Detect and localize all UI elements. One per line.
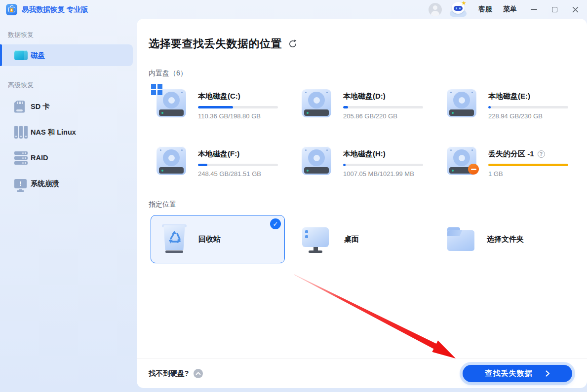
customer-service-link[interactable]: 客服 (478, 5, 492, 14)
disk-size: 1007.05 MB/1021.99 MB (343, 170, 423, 178)
sidebar-item-label: RAID (31, 154, 48, 162)
disk-usage-bar (343, 106, 423, 108)
sidebar-item-disk[interactable]: 磁盘 (0, 44, 133, 66)
sidebar-item-system-crash[interactable]: ! 系统崩溃 (0, 175, 133, 192)
hard-drive-icon (302, 89, 331, 117)
hard-drive-icon (157, 146, 186, 175)
disk-usage-bar (198, 164, 278, 166)
disk-usage-bar (488, 106, 568, 108)
chevron-up-icon[interactable] (194, 369, 203, 378)
disk-icon (14, 50, 28, 60)
desktop-icon (302, 225, 330, 253)
location-label: 桌面 (344, 235, 359, 244)
disk-name: 本地磁盘(E:) (488, 92, 568, 101)
disk-size: 1 GB (488, 170, 568, 178)
specified-location-label: 指定位置 (149, 200, 573, 209)
cant-find-drive-link[interactable]: 找不到硬盘? (149, 369, 189, 378)
help-icon[interactable]: ? (538, 150, 545, 158)
sidebar-item-nas-linux[interactable]: NAS 和 Linux (0, 123, 133, 141)
sidebar-section-data-recovery: 数据恢复 (0, 31, 137, 39)
disk-item-c[interactable]: 本地磁盘(C:) 110.36 GB/198.80 GB (149, 89, 294, 120)
disk-size: 228.94 GB/230 GB (488, 112, 568, 120)
disk-item-d[interactable]: 本地磁盘(D:) 205.86 GB/220 GB (294, 89, 439, 120)
chevron-right-icon (546, 370, 550, 377)
sidebar-item-label: 磁盘 (31, 51, 45, 60)
location-select-folder[interactable]: 选择文件夹 (439, 225, 584, 253)
system-crash-icon: ! (14, 179, 27, 188)
user-avatar[interactable] (429, 3, 442, 16)
maximize-button[interactable] (550, 5, 558, 13)
raid-icon (14, 151, 28, 165)
recycle-bin-icon (162, 224, 187, 254)
disk-name: 丢失的分区 -1 ? (488, 149, 568, 159)
titlebar: 易我数据恢复 专业版 ★ 客服 菜单 (0, 0, 587, 19)
close-button[interactable] (571, 5, 579, 13)
internal-disks-label: 内置盘（6） (149, 69, 573, 78)
location-desktop[interactable]: 桌面 (294, 225, 439, 253)
disk-usage-bar (343, 164, 423, 166)
sidebar-item-label: 系统崩溃 (31, 179, 59, 188)
sidebar-item-raid[interactable]: RAID (0, 149, 133, 167)
assistant-mascot-icon[interactable]: ★ (449, 1, 468, 17)
disk-size: 205.86 GB/220 GB (343, 112, 423, 120)
footer-bar: 找不到硬盘? 查找丢失数据 (137, 358, 587, 388)
disk-size: 110.36 GB/198.80 GB (198, 112, 278, 120)
location-grid: ✓ 回收站 桌面 (149, 215, 573, 263)
app-logo-icon (6, 4, 17, 15)
location-recycle-bin[interactable]: ✓ 回收站 (151, 215, 285, 263)
check-icon: ✓ (270, 218, 281, 229)
disk-name: 本地磁盘(H:) (343, 149, 423, 159)
hard-drive-icon (447, 146, 476, 175)
scan-lost-data-button[interactable]: 查找丢失数据 (463, 365, 572, 382)
sidebar: 数据恢复 磁盘 高级恢复 SD 卡 NAS 和 Linux RAID ! 系统崩… (0, 19, 137, 392)
sd-card-icon (14, 101, 25, 113)
disk-name: 本地磁盘(D:) (343, 92, 423, 101)
disk-item-e[interactable]: 本地磁盘(E:) 228.94 GB/230 GB (439, 89, 584, 120)
lost-partition-badge (468, 164, 479, 175)
location-label: 回收站 (198, 235, 221, 244)
disk-usage-bar (488, 164, 568, 166)
menu-link[interactable]: 菜单 (503, 5, 517, 14)
disk-name: 本地磁盘(F:) (198, 149, 278, 159)
refresh-icon[interactable] (288, 39, 298, 49)
hard-drive-icon (302, 146, 331, 175)
hard-drive-icon (447, 89, 476, 117)
folder-icon (447, 225, 475, 253)
disk-grid: 本地磁盘(C:) 110.36 GB/198.80 GB 本地磁盘(D:) 20… (149, 89, 573, 178)
disk-item-f[interactable]: 本地磁盘(F:) 248.45 GB/281.51 GB (149, 146, 294, 178)
app-title: 易我数据恢复 专业版 (22, 5, 88, 14)
nas-icon (14, 126, 28, 139)
sidebar-item-sd-card[interactable]: SD 卡 (0, 98, 133, 115)
windows-logo-badge (151, 84, 162, 95)
main-panel: 选择要查找丢失数据的位置 内置盘（6） 本地磁盘(C:) 110.36 GB/1… (137, 19, 587, 388)
sidebar-item-label: NAS 和 Linux (31, 128, 76, 137)
disk-name: 本地磁盘(C:) (198, 92, 278, 101)
sidebar-section-advanced-recovery: 高级恢复 (0, 81, 137, 90)
location-label: 选择文件夹 (487, 235, 524, 244)
disk-usage-bar (198, 106, 278, 108)
hard-drive-icon (157, 89, 186, 117)
disk-size: 248.45 GB/281.51 GB (198, 170, 278, 178)
minimize-button[interactable] (530, 5, 538, 13)
sidebar-item-label: SD 卡 (31, 102, 50, 111)
page-title: 选择要查找丢失数据的位置 (149, 36, 282, 51)
disk-item-lost-partition[interactable]: 丢失的分区 -1 ? 1 GB (439, 146, 584, 178)
disk-item-h[interactable]: 本地磁盘(H:) 1007.05 MB/1021.99 MB (294, 146, 439, 178)
